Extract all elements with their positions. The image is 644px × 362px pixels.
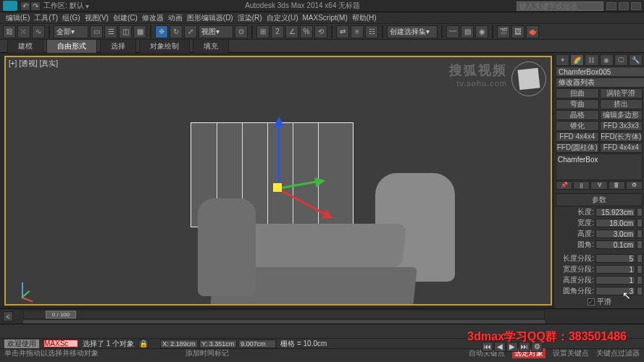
pivot-icon[interactable]: ⊙ — [235, 25, 248, 38]
panel-tab-hierarchy-icon[interactable]: ⛓ — [585, 54, 598, 66]
spinner-arrows-icon[interactable] — [637, 219, 643, 227]
render-icon[interactable]: 🫖 — [526, 25, 539, 38]
move-icon[interactable]: ✥ — [155, 25, 168, 38]
spinner-arrows-icon[interactable] — [637, 208, 643, 216]
menu-customize[interactable]: 自定义(U) — [265, 13, 300, 23]
smooth-checkbox[interactable]: ✓ — [587, 298, 595, 306]
show-end-icon[interactable]: || — [573, 181, 590, 190]
redo-icon[interactable]: ↷ — [30, 1, 41, 11]
panel-tab-utilities-icon[interactable]: 🔧 — [629, 54, 643, 66]
mod-button[interactable]: 弯曲 — [556, 99, 599, 109]
schematic-icon[interactable]: ▤ — [461, 25, 474, 38]
modifier-stack[interactable]: ChamferBox — [556, 153, 643, 180]
tab-populate[interactable]: 填充 — [193, 39, 229, 54]
spinner-arrows-icon[interactable] — [637, 230, 643, 238]
menu-maxscript[interactable]: MAXScript(M) — [301, 14, 348, 22]
length-spinner[interactable]: 15.923cm — [595, 208, 635, 216]
mirror-icon[interactable]: ⇄ — [336, 25, 349, 38]
menu-animation[interactable]: 动画 — [167, 13, 184, 23]
material-icon[interactable]: ◉ — [475, 25, 488, 38]
add-time-tag[interactable]: 添加时间标记 — [185, 348, 229, 358]
snap-angle-icon[interactable]: ∠ — [285, 25, 298, 38]
menu-help[interactable]: 帮助(H) — [351, 13, 378, 23]
maxscript-input[interactable] — [43, 340, 78, 348]
app-logo-icon[interactable] — [3, 1, 17, 11]
select-name-icon[interactable]: ☰ — [104, 25, 117, 38]
workspace-label[interactable]: 工作区: 默认 — [43, 1, 84, 11]
select-link-icon[interactable]: ⛓ — [3, 25, 16, 38]
spinner-arrows-icon[interactable] — [637, 276, 643, 285]
menu-view[interactable]: 视图(V) — [83, 13, 110, 23]
coord-x-input[interactable] — [160, 340, 198, 348]
spinner-arrows-icon[interactable] — [637, 254, 643, 263]
stack-item[interactable]: ChamferBox — [558, 156, 598, 164]
mod-button[interactable]: 扭曲 — [556, 88, 599, 98]
align-icon[interactable]: ≡ — [351, 25, 364, 38]
minimize-icon[interactable] — [606, 2, 616, 10]
spinner-arrows-icon[interactable] — [637, 240, 643, 249]
tab-selection[interactable]: 选择 — [100, 39, 136, 54]
menu-graph[interactable]: 图形编辑器(D) — [185, 13, 235, 23]
menu-modifier[interactable]: 修改器 — [141, 13, 165, 23]
mod-button[interactable]: FFD 4x4x4 — [556, 132, 599, 142]
named-selection-dropdown[interactable]: 创建选择集 ▾ — [387, 25, 438, 38]
panel-tab-modify-icon[interactable]: 🌈 — [570, 54, 584, 66]
panel-tab-display-icon[interactable]: 🖵 — [614, 54, 628, 66]
rollout-title[interactable]: 参数 — [556, 193, 643, 206]
width-spinner[interactable]: 18.0cm — [595, 219, 635, 227]
perspective-viewport[interactable]: [+] [透视] [真实] 搜狐视频 tv.sohu.com — [4, 56, 552, 306]
layer-icon[interactable]: ☷ — [365, 25, 378, 38]
setkey-button[interactable]: 设置关键点 — [553, 348, 589, 358]
welcome-button[interactable]: 欢迎使用 — [4, 340, 39, 348]
coord-y-input[interactable] — [199, 340, 237, 348]
maximize-icon[interactable] — [619, 2, 629, 10]
viewcube[interactable] — [511, 62, 546, 96]
lock-icon[interactable]: 🔒 — [138, 340, 149, 348]
undo-icon[interactable]: ↶ — [20, 1, 30, 11]
pin-stack-icon[interactable]: 📌 — [556, 181, 572, 190]
bind-spacewarp-icon[interactable]: ∿ — [32, 25, 45, 38]
hseg-spinner[interactable]: 1 — [595, 276, 635, 285]
menu-tools[interactable]: 工具(T) — [33, 13, 59, 23]
ref-coord-dropdown[interactable]: 视图 ▾ — [198, 25, 233, 38]
remove-mod-icon[interactable]: 🗑 — [609, 181, 625, 190]
modifier-list-dropdown[interactable] — [556, 77, 644, 88]
track-bar[interactable] — [23, 320, 545, 324]
panel-tab-motion-icon[interactable]: ◉ — [600, 54, 614, 66]
mod-button[interactable]: FFD(长方体) — [600, 132, 643, 142]
viewport-label[interactable]: [+] [透视] [真实] — [9, 59, 58, 69]
mod-button[interactable]: 晶格 — [556, 110, 599, 120]
mod-button[interactable]: FFD(圆柱体) — [556, 143, 599, 153]
window-crossing-icon[interactable]: ▦ — [133, 25, 146, 38]
mod-button[interactable]: 挤出 — [600, 99, 643, 109]
render-frame-icon[interactable]: 🖼 — [511, 25, 524, 38]
menu-create[interactable]: 创建(C) — [112, 13, 139, 23]
config-sets-icon[interactable]: ⚙ — [626, 181, 643, 190]
timeline-config-icon[interactable]: < — [3, 311, 13, 321]
menu-render[interactable]: 渲染(R) — [236, 13, 264, 23]
lseg-spinner[interactable]: 5 — [595, 254, 635, 263]
unique-icon[interactable]: ∀ — [590, 181, 607, 190]
help-search-input[interactable] — [517, 1, 603, 11]
mod-button[interactable]: FFD 4x4x4 — [600, 143, 643, 153]
mod-button[interactable]: FFD 3x3x3 — [600, 121, 643, 131]
snap-percent-icon[interactable]: % — [300, 25, 313, 38]
spinner-snap-icon[interactable]: ⟲ — [314, 25, 327, 38]
keyfilter-button[interactable]: 关键点过滤器 — [596, 348, 640, 358]
menu-group[interactable]: 组(G) — [61, 13, 81, 23]
coord-z-input[interactable] — [238, 340, 276, 348]
mod-button[interactable]: 编辑多边形 — [600, 110, 643, 120]
mod-button[interactable]: 锥化 — [556, 121, 599, 131]
panel-tab-create-icon[interactable]: ✦ — [556, 54, 569, 66]
spinner-arrows-icon[interactable] — [637, 265, 643, 274]
scale-icon[interactable]: ⤢ — [184, 25, 197, 38]
selection-filter-dropdown[interactable]: 全部 ▾ — [54, 25, 88, 38]
height-spinner[interactable]: 3.0cm — [595, 230, 635, 238]
snap-2d-icon[interactable]: 2 — [271, 25, 284, 38]
object-name-input[interactable] — [556, 67, 644, 77]
mod-button[interactable]: 涡轮平滑 — [600, 88, 643, 98]
render-setup-icon[interactable]: 🎬 — [497, 25, 510, 38]
time-slider[interactable]: 0 / 100 — [23, 310, 545, 319]
close-icon[interactable] — [631, 2, 641, 10]
tab-freeform[interactable]: 自由形式 — [46, 39, 97, 54]
